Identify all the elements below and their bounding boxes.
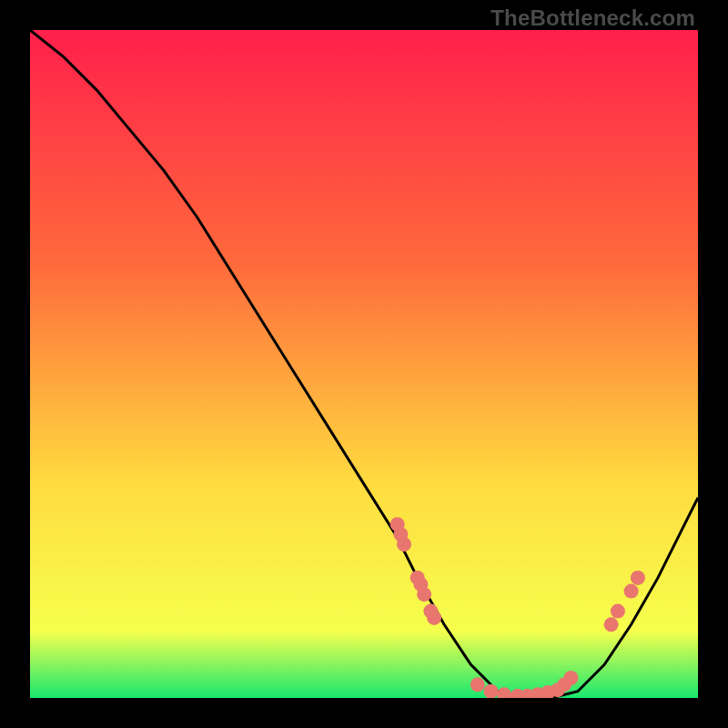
data-dot — [624, 584, 639, 599]
bottleneck-chart-svg — [30, 30, 698, 698]
data-dot — [631, 571, 645, 585]
data-dot — [604, 617, 619, 632]
data-dot — [611, 604, 625, 619]
watermark-text: TheBottleneck.com — [490, 5, 695, 31]
data-dot — [417, 587, 431, 602]
data-dot — [484, 684, 499, 698]
data-dot — [397, 537, 411, 551]
data-dot — [427, 611, 441, 625]
data-dot — [564, 671, 579, 685]
chart-area — [30, 30, 698, 698]
data-dot — [470, 677, 485, 692]
